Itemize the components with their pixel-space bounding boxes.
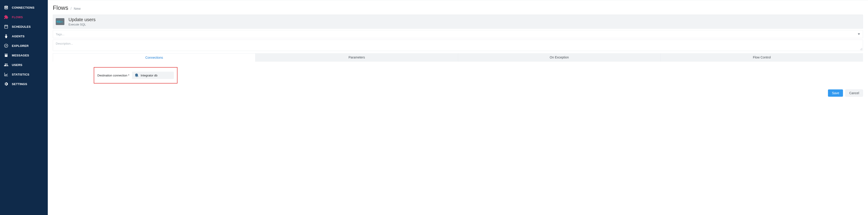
cancel-button[interactable]: Cancel xyxy=(845,89,863,97)
description-placeholder: Description... xyxy=(56,42,73,45)
sql-badge-icon: SQL>_ xyxy=(56,18,64,25)
flow-header-panel: SQL>_ Update users Execute SQL xyxy=(53,14,863,29)
breadcrumb: Flows / New xyxy=(53,4,863,11)
sidebar-item-connections[interactable]: CONNECTIONS xyxy=(0,3,48,12)
tabs: ConnectionsParametersOn ExceptionFlow Co… xyxy=(53,53,863,62)
form-actions: Save Cancel xyxy=(53,89,863,97)
database-icon xyxy=(4,5,9,10)
tags-input[interactable]: Tags... xyxy=(53,30,863,38)
destination-connection-label: Destination connection * xyxy=(97,74,129,77)
main-content: Flows / New SQL>_ Update users Execute S… xyxy=(48,0,868,215)
sidebar-item-label: USERS xyxy=(12,63,22,67)
sidebar-item-label: STATISTICS xyxy=(12,73,29,76)
tab-connections-content: Destination connection * Integrator db xyxy=(53,62,863,86)
cogs-icon xyxy=(4,82,9,86)
chart-icon xyxy=(4,72,9,77)
sidebar-item-flows[interactable]: FLOWS xyxy=(0,12,48,22)
agent-icon xyxy=(4,34,9,38)
destination-connection-highlight: Destination connection * Integrator db xyxy=(94,67,178,84)
sidebar-item-schedules[interactable]: SCHEDULES xyxy=(0,22,48,31)
tab-on-exception[interactable]: On Exception xyxy=(458,53,661,62)
users-icon xyxy=(4,63,9,67)
flow-subtitle: Execute SQL xyxy=(68,23,96,26)
tab-connections[interactable]: Connections xyxy=(53,53,255,62)
sidebar-item-statistics[interactable]: STATISTICS xyxy=(0,70,48,79)
sidebar-item-label: MESSAGES xyxy=(12,54,29,57)
sidebar-item-explorer[interactable]: EXPLORER xyxy=(0,41,48,51)
destination-connection-select[interactable]: Integrator db xyxy=(132,72,174,79)
sidebar-item-label: CONNECTIONS xyxy=(12,6,34,9)
save-button[interactable]: Save xyxy=(828,89,843,97)
tab-parameters[interactable]: Parameters xyxy=(255,53,458,62)
breadcrumb-separator: / xyxy=(70,7,71,11)
sidebar-item-agents[interactable]: AGENTS xyxy=(0,31,48,41)
tags-placeholder: Tags... xyxy=(56,33,64,36)
destination-connection-value: Integrator db xyxy=(141,74,157,77)
breadcrumb-current: New xyxy=(74,7,81,10)
compass-icon xyxy=(4,43,9,48)
postgres-icon xyxy=(134,73,139,78)
sidebar-item-label: SETTINGS xyxy=(12,82,27,86)
sidebar-item-users[interactable]: USERS xyxy=(0,60,48,70)
calendar-icon xyxy=(4,24,9,29)
tab-flow-control[interactable]: Flow Control xyxy=(661,53,863,62)
sidebar-item-label: SCHEDULES xyxy=(12,25,31,28)
sidebar-item-label: AGENTS xyxy=(12,35,25,38)
puzzle-icon xyxy=(4,15,9,19)
sidebar: CONNECTIONSFLOWSSCHEDULESAGENTSEXPLORERM… xyxy=(0,0,48,215)
resize-grip-icon[interactable] xyxy=(860,48,862,50)
sidebar-item-label: FLOWS xyxy=(12,16,23,19)
description-input[interactable]: Description... xyxy=(53,39,863,51)
archive-icon xyxy=(4,53,9,58)
sidebar-item-label: EXPLORER xyxy=(12,44,29,48)
sidebar-item-messages[interactable]: MESSAGES xyxy=(0,51,48,60)
flow-title: Update users xyxy=(68,17,96,22)
sidebar-item-settings[interactable]: SETTINGS xyxy=(0,79,48,89)
page-title: Flows xyxy=(53,4,68,11)
